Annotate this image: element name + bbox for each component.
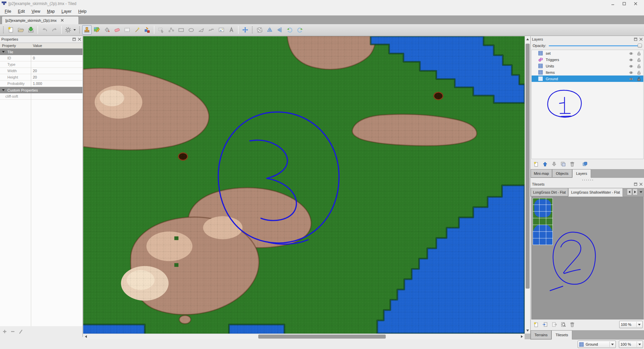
lower-layer-button[interactable]	[550, 160, 558, 168]
horizontal-scroll-thumb[interactable]	[258, 335, 386, 339]
menu-help[interactable]: Help	[75, 8, 90, 15]
delete-tileset-button[interactable]	[568, 320, 576, 329]
scroll-right-arrow[interactable]	[521, 335, 523, 338]
custom-properties-group-row[interactable]: Custom Properties	[0, 87, 83, 93]
opacity-handle[interactable]	[638, 44, 642, 48]
execute-command-button[interactable]	[64, 25, 77, 35]
horizontal-scrollbar[interactable]	[83, 334, 525, 339]
toolbar-drag-handle[interactable]	[252, 26, 253, 34]
edit-property-button[interactable]	[18, 329, 23, 334]
dock-splitter[interactable]	[531, 179, 644, 181]
undo-button[interactable]	[40, 25, 49, 35]
vertical-scrollbar[interactable]	[525, 36, 530, 334]
property-row[interactable]: ID0	[0, 55, 83, 61]
menu-layer[interactable]: Layer	[58, 8, 75, 15]
status-zoom-combo[interactable]: 100 %	[619, 341, 643, 348]
float-panel-icon[interactable]	[634, 183, 637, 186]
vertical-scroll-thumb[interactable]	[526, 44, 530, 289]
property-row[interactable]: cliff-soft	[0, 93, 83, 100]
new-layer-button[interactable]	[532, 160, 540, 168]
menu-map[interactable]: Map	[44, 8, 58, 15]
visibility-eye-icon[interactable]	[629, 64, 633, 68]
scroll-up-arrow[interactable]	[526, 38, 529, 40]
tileset-tiles[interactable]	[533, 198, 553, 245]
flip-vertical-button[interactable]	[275, 25, 284, 35]
close-panel-icon[interactable]	[639, 38, 643, 41]
float-panel-icon[interactable]	[634, 38, 637, 41]
redo-button[interactable]	[50, 25, 59, 35]
import-tileset-button[interactable]	[541, 320, 549, 329]
combo-arrow[interactable]	[609, 342, 615, 347]
opacity-slider[interactable]	[549, 43, 642, 48]
duplicate-layer-button[interactable]	[559, 160, 567, 168]
edit-polygons-tool[interactable]	[166, 25, 176, 35]
rectangular-select-tool[interactable]	[122, 25, 132, 35]
export-tileset-button[interactable]	[550, 320, 558, 329]
save-map-button[interactable]	[26, 25, 36, 35]
tab-close-icon[interactable]	[61, 19, 64, 22]
unlocked-icon[interactable]	[637, 77, 641, 82]
tab-terrains[interactable]: Terrains	[531, 330, 551, 339]
insert-tile-tool[interactable]	[217, 25, 226, 35]
close-panel-icon[interactable]	[78, 38, 81, 41]
magic-wand-tool[interactable]	[132, 25, 142, 35]
menu-view[interactable]: View	[28, 8, 44, 15]
stamp-brush-tool[interactable]	[82, 25, 92, 35]
close-panel-icon[interactable]	[639, 183, 643, 186]
tab-scroll-right-button[interactable]	[633, 189, 638, 195]
combo-arrow[interactable]	[636, 322, 642, 327]
layer-row-triggers[interactable]: Triggers	[532, 56, 643, 63]
add-property-button[interactable]	[2, 329, 7, 334]
raise-layer-button[interactable]	[541, 160, 549, 168]
collapse-arrow-icon[interactable]	[2, 89, 5, 91]
bucket-fill-tool[interactable]	[102, 25, 112, 35]
remove-property-button[interactable]	[10, 329, 15, 334]
tab-tilesets[interactable]: Tilesets	[551, 330, 572, 340]
edit-tileset-button[interactable]	[559, 320, 567, 329]
property-row[interactable]: Type	[0, 61, 83, 68]
property-row[interactable]: Probability1.000	[0, 81, 83, 87]
insert-ellipse-tool[interactable]	[186, 25, 196, 35]
unlocked-icon[interactable]	[637, 64, 641, 69]
float-panel-icon[interactable]	[72, 38, 76, 41]
visibility-eye-icon[interactable]	[629, 52, 633, 56]
combo-arrow[interactable]	[637, 342, 642, 347]
tileset-zoom-combo[interactable]: 100 %	[619, 321, 643, 328]
unlocked-icon[interactable]	[637, 51, 641, 56]
property-row[interactable]: Width20	[0, 68, 83, 74]
tileset-menu-button[interactable]	[638, 189, 643, 195]
tab-scroll-left-button[interactable]	[627, 189, 632, 195]
visibility-eye-icon[interactable]	[629, 71, 633, 75]
tab-mini-map[interactable]: Mini-map	[531, 169, 552, 178]
collapse-arrow-icon[interactable]	[2, 51, 5, 53]
flip-horizontal-button[interactable]	[265, 25, 274, 35]
layer-row-items[interactable]: Items	[532, 69, 643, 76]
insert-rectangle-tool[interactable]	[176, 25, 186, 35]
close-button[interactable]	[630, 0, 641, 7]
current-layer-combo[interactable]: Ground	[578, 341, 616, 348]
layer-row-ground[interactable]: Ground	[532, 76, 643, 82]
select-objects-tool[interactable]	[156, 25, 166, 35]
menu-file[interactable]: File	[1, 8, 14, 15]
visibility-eye-icon[interactable]	[629, 77, 633, 81]
rotate-left-button[interactable]	[285, 25, 294, 35]
tab-layers[interactable]: Layers	[572, 169, 591, 178]
map-canvas[interactable]	[83, 36, 530, 339]
unlocked-icon[interactable]	[637, 58, 641, 62]
column-property[interactable]: Property	[0, 43, 31, 48]
new-map-button[interactable]	[6, 25, 15, 35]
open-map-button[interactable]	[16, 25, 25, 35]
scroll-left-arrow[interactable]	[85, 335, 87, 338]
random-mode-button[interactable]	[255, 25, 264, 35]
eraser-tool[interactable]	[112, 25, 122, 35]
delete-layer-button[interactable]	[568, 160, 576, 168]
toolbar-drag-handle[interactable]	[3, 26, 4, 34]
property-row[interactable]: Height20	[0, 74, 83, 81]
scroll-down-arrow[interactable]	[526, 330, 529, 332]
tab-objects[interactable]: Objects	[552, 169, 572, 178]
tileset-view[interactable]	[531, 197, 644, 319]
highlight-current-layer-button[interactable]	[581, 160, 589, 168]
insert-polygon-tool[interactable]	[197, 25, 206, 35]
insert-polyline-tool[interactable]	[207, 25, 216, 35]
same-tile-select-tool[interactable]	[143, 25, 152, 35]
